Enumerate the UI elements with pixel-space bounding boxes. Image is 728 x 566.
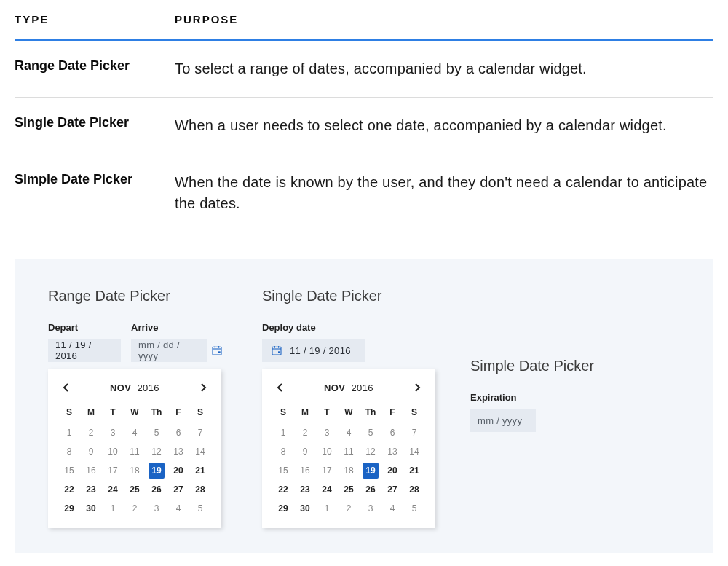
calendar-day[interactable]: 21 xyxy=(189,461,211,480)
calendar-day[interactable]: 1 xyxy=(272,423,294,442)
calendar-day[interactable]: 18 xyxy=(124,461,146,480)
calendar-day[interactable]: 14 xyxy=(403,442,425,461)
calendar-day[interactable]: 2 xyxy=(294,423,316,442)
calendar-day[interactable]: 1 xyxy=(316,499,338,518)
day-of-week: W xyxy=(124,403,146,423)
calendar-day[interactable]: 22 xyxy=(58,480,80,499)
calendar-day[interactable]: 2 xyxy=(338,499,360,518)
calendar-day[interactable]: 2 xyxy=(124,499,146,518)
col-header-type: TYPE xyxy=(15,13,175,25)
calendar-day[interactable]: 27 xyxy=(167,480,189,499)
deploy-value: 11 / 19 / 2016 xyxy=(290,345,351,356)
calendar-day[interactable]: 18 xyxy=(338,461,360,480)
calendar-day[interactable]: 8 xyxy=(58,442,80,461)
calendar-day[interactable]: 2 xyxy=(80,423,102,442)
calendar-day[interactable]: 10 xyxy=(316,442,338,461)
calendar-day[interactable]: 27 xyxy=(381,480,403,499)
calendar-day[interactable]: 15 xyxy=(272,461,294,480)
day-of-week: W xyxy=(338,403,360,423)
calendar-week: 22232425262728 xyxy=(58,480,211,499)
calendar-day[interactable]: 4 xyxy=(124,423,146,442)
calendar-day[interactable]: 12 xyxy=(146,442,167,461)
single-date-picker-panel: Single Date Picker Deploy date 11 / 19 /… xyxy=(262,288,435,528)
calendar-day[interactable]: 3 xyxy=(146,499,167,518)
calendar-day[interactable]: 24 xyxy=(316,480,338,499)
calendar-day[interactable]: 15 xyxy=(58,461,80,480)
calendar-day[interactable]: 28 xyxy=(189,480,211,499)
calendar-day[interactable]: 6 xyxy=(167,423,189,442)
calendar-day[interactable]: 20 xyxy=(167,461,189,480)
calendar-day[interactable]: 8 xyxy=(272,442,294,461)
calendar-day[interactable]: 1 xyxy=(102,499,124,518)
calendar-day[interactable]: 14 xyxy=(189,442,211,461)
calendar-day[interactable]: 4 xyxy=(338,423,360,442)
arrive-placeholder: mm / dd / yyyy xyxy=(138,339,199,361)
calendar-day[interactable]: 5 xyxy=(360,423,381,442)
single-calendar-popup: NOV2016SMTWThFS1234567891011121314151617… xyxy=(262,369,435,528)
calendar-day[interactable]: 7 xyxy=(189,423,211,442)
expiration-input[interactable]: mm / yyyy xyxy=(470,409,536,432)
calendar-day[interactable]: 24 xyxy=(102,480,124,499)
day-of-week: F xyxy=(167,403,189,423)
expiration-label: Expiration xyxy=(470,392,594,403)
calendar-day[interactable]: 25 xyxy=(338,480,360,499)
calendar-icon[interactable] xyxy=(207,339,227,362)
calendar-day[interactable]: 6 xyxy=(381,423,403,442)
calendar-day[interactable]: 5 xyxy=(403,499,425,518)
calendar-day[interactable]: 11 xyxy=(338,442,360,461)
calendar-day[interactable]: 25 xyxy=(124,480,146,499)
calendar-day[interactable]: 16 xyxy=(80,461,102,480)
day-of-week: S xyxy=(58,403,80,423)
calendar-day[interactable]: 4 xyxy=(381,499,403,518)
next-month-button[interactable] xyxy=(195,380,211,396)
month-year-label: NOV2016 xyxy=(324,382,373,393)
single-title: Single Date Picker xyxy=(262,288,435,304)
calendar-week: 15161718192021 xyxy=(272,461,425,480)
calendar-day[interactable]: 17 xyxy=(102,461,124,480)
calendar-day[interactable]: 29 xyxy=(58,499,80,518)
table-header: TYPE PURPOSE xyxy=(15,13,713,41)
calendar-day[interactable]: 23 xyxy=(294,480,316,499)
calendar-day[interactable]: 9 xyxy=(80,442,102,461)
calendar-day[interactable]: 21 xyxy=(403,461,425,480)
calendar-day[interactable]: 28 xyxy=(403,480,425,499)
calendar-day[interactable]: 26 xyxy=(360,480,381,499)
calendar-day[interactable]: 5 xyxy=(189,499,211,518)
depart-input[interactable]: 11 / 19 / 2016 xyxy=(48,339,121,362)
calendar-day[interactable]: 22 xyxy=(272,480,294,499)
calendar-day[interactable]: 4 xyxy=(167,499,189,518)
calendar-day[interactable]: 12 xyxy=(360,442,381,461)
calendar-day[interactable]: 30 xyxy=(80,499,102,518)
calendar-day[interactable]: 30 xyxy=(294,499,316,518)
calendar-day[interactable]: 26 xyxy=(146,480,167,499)
day-of-week: Th xyxy=(360,403,381,423)
day-of-week: M xyxy=(80,403,102,423)
calendar-day[interactable]: 17 xyxy=(316,461,338,480)
calendar-day[interactable]: 16 xyxy=(294,461,316,480)
calendar-day[interactable]: 20 xyxy=(381,461,403,480)
calendar-day[interactable]: 3 xyxy=(102,423,124,442)
calendar-day[interactable]: 29 xyxy=(272,499,294,518)
calendar-day[interactable]: 10 xyxy=(102,442,124,461)
calendar-day[interactable]: 7 xyxy=(403,423,425,442)
svg-rect-5 xyxy=(272,347,281,355)
calendar-day[interactable]: 3 xyxy=(360,499,381,518)
calendar-day[interactable]: 13 xyxy=(167,442,189,461)
calendar-day-selected[interactable]: 19 xyxy=(146,461,167,480)
calendar-day[interactable]: 5 xyxy=(146,423,167,442)
arrive-input[interactable]: mm / dd / yyyy xyxy=(131,339,207,362)
calendar-day[interactable]: 9 xyxy=(294,442,316,461)
calendar-day[interactable]: 3 xyxy=(316,423,338,442)
prev-month-button[interactable] xyxy=(58,380,74,396)
day-of-week: S xyxy=(403,403,425,423)
calendar-day[interactable]: 11 xyxy=(124,442,146,461)
calendar-day-selected[interactable]: 19 xyxy=(360,461,381,480)
deploy-date-input[interactable]: 11 / 19 / 2016 xyxy=(262,339,365,362)
calendar-day[interactable]: 23 xyxy=(80,480,102,499)
next-month-button[interactable] xyxy=(409,380,425,396)
calendar-week: 1234567 xyxy=(272,423,425,442)
calendar-day[interactable]: 13 xyxy=(381,442,403,461)
calendar-day[interactable]: 1 xyxy=(58,423,80,442)
svg-rect-0 xyxy=(213,347,221,355)
prev-month-button[interactable] xyxy=(272,380,288,396)
